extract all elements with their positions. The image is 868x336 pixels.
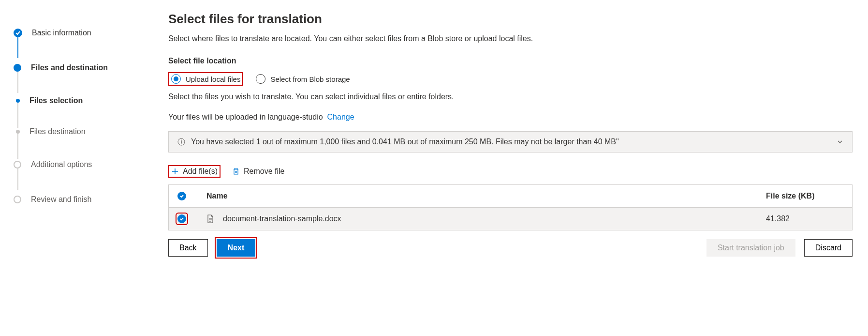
- step-label: Files selection: [29, 96, 83, 105]
- radio-label: Select from Blob storage: [270, 75, 350, 83]
- radio-upload-local[interactable]: Upload local files: [171, 74, 240, 84]
- svg-point-1: [181, 140, 182, 141]
- step-label: Additional options: [31, 160, 92, 169]
- radio-unselected-icon: [256, 74, 265, 84]
- upload-destination-text: Your files will be uploaded in language-…: [168, 113, 853, 122]
- banner-text: You have selected 1 out of maximum 1,000…: [191, 137, 619, 146]
- active-step-icon: [14, 64, 21, 72]
- row-checkbox[interactable]: [177, 214, 206, 223]
- info-icon: [177, 138, 185, 146]
- chevron-down-icon: [837, 138, 843, 145]
- discard-button[interactable]: Discard: [804, 239, 853, 257]
- file-name: document-translation-sample.docx: [223, 214, 341, 223]
- remove-file-button[interactable]: Remove file: [232, 167, 284, 176]
- radio-label: Upload local files: [186, 75, 240, 83]
- step-label: Basic information: [32, 29, 91, 37]
- section-label-file-location: Select file location: [168, 57, 853, 65]
- files-table: Name File size (KB) document-translation…: [168, 184, 853, 230]
- step-files-and-destination[interactable]: Files and destination: [14, 50, 149, 85]
- table-row[interactable]: document-translation-sample.docx 41.382: [169, 208, 852, 230]
- column-header-size[interactable]: File size (KB): [766, 192, 843, 200]
- check-circle-icon: [177, 214, 186, 223]
- file-name-cell: document-translation-sample.docx: [206, 214, 766, 223]
- substep-pending-icon: [16, 130, 20, 134]
- check-circle-icon: [177, 192, 186, 200]
- file-location-radio-group: Upload local files Select from Blob stor…: [168, 72, 853, 86]
- step-files-selection[interactable]: Files selection: [14, 85, 149, 116]
- table-header: Name File size (KB): [169, 185, 852, 208]
- main-content: Select files for translation Select wher…: [168, 12, 853, 324]
- selection-summary-banner[interactable]: You have selected 1 out of maximum 1,000…: [168, 131, 853, 153]
- select-all-checkbox[interactable]: [177, 192, 206, 200]
- change-link[interactable]: Change: [327, 113, 354, 121]
- remove-file-label: Remove file: [244, 167, 284, 176]
- step-basic-information[interactable]: Basic information: [14, 15, 149, 50]
- wizard-footer: Back Next Start translation job Discard: [168, 239, 853, 257]
- file-toolbar: Add file(s) Remove file: [168, 165, 853, 178]
- step-review-and-finish[interactable]: Review and finish: [14, 182, 149, 217]
- page-title: Select files for translation: [168, 12, 853, 27]
- helper-text: Select the files you wish to translate. …: [168, 92, 853, 101]
- next-button[interactable]: Next: [217, 239, 256, 257]
- trash-icon: [232, 168, 240, 175]
- radio-selected-icon: [171, 74, 181, 84]
- column-header-name[interactable]: Name: [206, 192, 766, 200]
- page-subtitle: Select where files to translate are loca…: [168, 34, 853, 43]
- step-label: Review and finish: [31, 195, 91, 204]
- back-button[interactable]: Back: [168, 239, 208, 257]
- step-additional-options[interactable]: Additional options: [14, 147, 149, 182]
- radio-blob-storage[interactable]: Select from Blob storage: [256, 74, 350, 84]
- step-files-destination[interactable]: Files destination: [14, 116, 149, 147]
- add-files-button[interactable]: Add file(s): [171, 167, 218, 176]
- substep-active-icon: [16, 99, 20, 103]
- wizard-stepper: Basic information Files and destination …: [14, 12, 149, 324]
- step-label: Files destination: [29, 127, 86, 136]
- svg-rect-2: [181, 141, 182, 144]
- add-files-label: Add file(s): [183, 167, 218, 176]
- plus-icon: [171, 168, 179, 175]
- file-size: 41.382: [766, 214, 843, 223]
- pending-step-icon: [14, 196, 21, 203]
- check-icon: [14, 29, 22, 37]
- step-label: Files and destination: [31, 63, 108, 72]
- document-icon: [206, 214, 214, 223]
- pending-step-icon: [14, 161, 21, 168]
- start-translation-button: Start translation job: [706, 239, 795, 257]
